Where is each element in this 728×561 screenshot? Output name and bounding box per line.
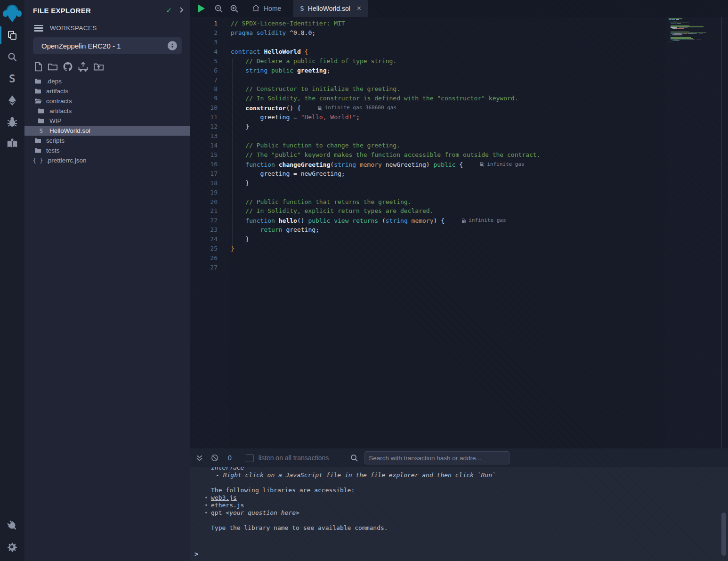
code-line-17[interactable]: 17 greeting = newGreeting; [190,169,665,179]
tree-item--prettierrc-json[interactable]: { }.prettierrc.json [24,155,190,165]
terminal-scrollbar-thumb[interactable] [721,512,726,556]
run-script-button[interactable] [198,4,205,13]
code-line-3[interactable]: 3 [190,38,665,47]
tab-home[interactable]: Home [245,0,288,17]
terminal-search-input[interactable] [364,451,510,464]
terminal-line: gpt <your question here> [190,509,728,517]
code-line-4[interactable]: 4contract HelloWorld { [190,47,665,57]
line-number: 6 [190,66,218,75]
terminal-output: interface- Right click on a JavaScript f… [190,467,728,561]
file-explorer-icon [7,30,18,41]
terminal-prompt[interactable]: > [194,550,198,558]
code-line-2[interactable]: 2pragma solidity ^0.8.0; [190,28,665,38]
code-line-1[interactable]: 1// SPDX-License-Identifier: MIT [190,19,665,28]
terminal-link-web3-js[interactable]: web3.js [211,494,237,501]
workspace-sort-icon[interactable]: ▲▼ [168,41,177,50]
terminal-toolbar: 0 listen on all transactions [190,448,728,467]
tree-item-label: artifacts [49,107,72,114]
tree-item-artifacts[interactable]: artifacts [24,106,190,116]
code-line-19[interactable]: 19 [190,188,665,197]
code-line-13[interactable]: 13 [190,131,665,141]
workspaces-label: WORKSPACES [50,24,97,32]
tree-item-helloworld-sol[interactable]: SHelloWorld.sol [24,126,190,136]
bug-icon [7,116,18,128]
line-number: 16 [190,160,218,169]
zoom-in-icon[interactable] [230,4,239,13]
workspaces-menu-icon[interactable] [34,25,43,32]
code-text [218,131,231,141]
code-line-25[interactable]: 25} [190,244,665,253]
code-line-20[interactable]: 20 // Public function that returns the g… [190,197,665,207]
close-tab-icon[interactable]: × [357,4,361,13]
editor-scrollbar[interactable] [721,17,728,448]
code-line-11[interactable]: 11 greeting = "Hello, World!"; [190,113,665,122]
line-number: 15 [190,150,218,160]
sidebar-item-solidity-compiler[interactable]: S [0,68,24,89]
code-line-14[interactable]: 14 // Public function to change the gree… [190,141,665,150]
code-text: // SPDX-License-Identifier: MIT [218,19,345,28]
sidebar-item-settings[interactable] [0,537,24,558]
code-line-23[interactable]: 23 return greeting; [190,225,665,235]
tree-item-wip[interactable]: WIP [24,116,190,126]
sidebar-item-learneth[interactable] [0,133,24,154]
tree-item-label: tests [46,147,60,154]
tree-item-scripts[interactable]: scripts [24,136,190,146]
code-line-8[interactable]: 8 // Constructor to initialize the greet… [190,84,665,94]
code-line-26[interactable]: 26 [190,253,665,263]
tab-helloworld-sol[interactable]: S HelloWorld.sol × [293,0,368,17]
tab-label: HelloWorld.sol [308,5,350,12]
folder-icon [34,147,42,154]
code-line-24[interactable]: 24 } [190,235,665,244]
minimap[interactable] [665,17,722,448]
code-line-10[interactable]: 10 constructor() {infinite gas 368600 ga… [190,103,665,113]
sidebar-item-search[interactable] [0,46,24,68]
code-line-9[interactable]: 9 // In Solidity, the constructor is def… [190,94,665,103]
expand-terminal-icon[interactable] [196,455,203,462]
github-icon[interactable] [63,62,73,72]
sidebar-item-file-explorer[interactable] [0,24,24,46]
sidebar-item-debugger[interactable] [0,111,24,133]
upload-folder-icon[interactable] [93,62,104,71]
terminal-link-ethers-js[interactable]: ethers.js [211,502,244,509]
code-text: greeting = "Hello, World!"; [218,113,360,122]
tree-item-contracts[interactable]: contracts [24,96,190,106]
code-text [218,75,231,85]
zoom-out-icon[interactable] [214,4,223,13]
code-line-12[interactable]: 12 } [190,122,665,131]
sidebar-item-deploy-run[interactable] [0,89,24,111]
new-file-icon[interactable] [34,62,43,72]
code-line-22[interactable]: 22 function hello() public view returns … [190,216,665,225]
code-line-16[interactable]: 16 function changeGreeting(string memory… [190,160,665,169]
code-editor[interactable]: 1// SPDX-License-Identifier: MIT2pragma … [190,17,728,448]
code-line-18[interactable]: 18 } [190,179,665,188]
code-line-27[interactable]: 27 [190,263,665,272]
code-text: // Constructor to initialize the greetin… [218,84,400,94]
chevron-right-icon[interactable] [179,7,184,15]
check-icon[interactable]: ✓ [166,6,172,15]
tree-item--deps[interactable]: .deps [24,76,190,86]
clear-console-icon[interactable] [211,454,218,462]
upload-file-icon[interactable] [78,62,89,72]
new-folder-icon[interactable] [48,62,58,71]
code-line-15[interactable]: 15 // The "public" keyword makes the fun… [190,150,665,160]
terminal-line [190,517,728,524]
code-text: pragma solidity ^0.8.0; [218,28,315,38]
code-text: // Public function that returns the gree… [218,197,412,207]
line-number: 7 [190,75,218,85]
gas-estimate-badge: infinite gas [461,216,506,225]
tree-item-tests[interactable]: tests [24,146,190,155]
code-line-21[interactable]: 21 // In Solidity, explicit return types… [190,206,665,216]
sidebar-item-plugin-manager[interactable] [0,515,24,537]
listen-transactions-checkbox[interactable] [246,454,254,462]
code-line-7[interactable]: 7 [190,75,665,85]
tab-label: Home [264,5,281,12]
code-line-5[interactable]: 5 // Declare a public field of type stri… [190,57,665,66]
workspace-select[interactable]: OpenZeppelin ERC20 - 1 ▲▼ [33,37,182,54]
line-number: 5 [190,57,218,66]
line-number: 23 [190,225,218,235]
code-text [218,263,231,272]
tree-item-artifacts[interactable]: artifacts [24,86,190,96]
code-text: function changeGreeting(string memory ne… [218,160,525,169]
line-number: 10 [190,103,218,113]
code-line-6[interactable]: 6 string public greeting; [190,66,665,75]
